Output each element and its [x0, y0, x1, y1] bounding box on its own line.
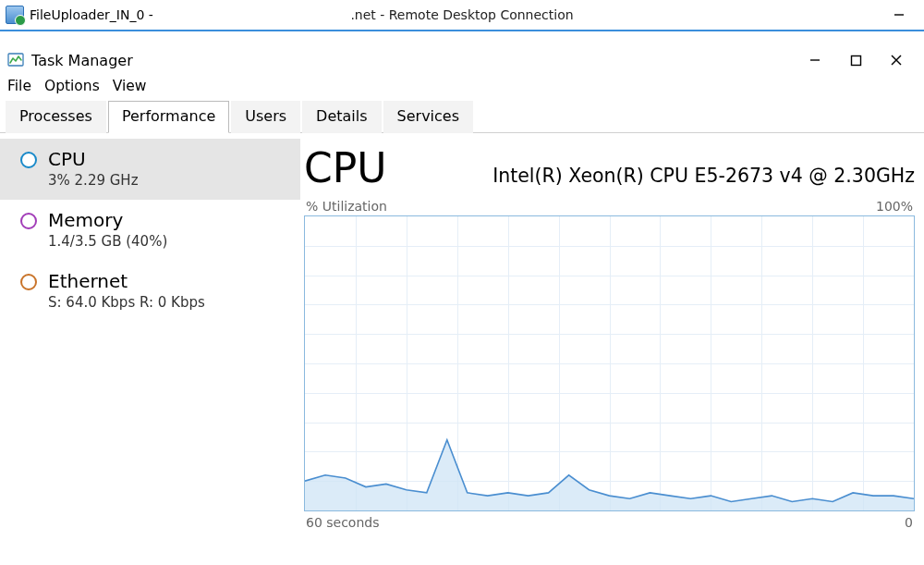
menu-file[interactable]: File — [7, 78, 31, 94]
sidebar-ethernet-sub: S: 64.0 Kbps R: 0 Kbps — [48, 294, 205, 311]
tab-performance[interactable]: Performance — [108, 101, 229, 133]
chart-xleft: 60 seconds — [306, 515, 380, 530]
tab-users[interactable]: Users — [231, 101, 300, 133]
ethernet-circle-icon — [20, 274, 37, 290]
task-manager-icon — [7, 52, 24, 68]
rdc-icon — [6, 6, 24, 24]
cpu-heading: CPU — [304, 144, 386, 191]
sidebar-item-memory[interactable]: Memory 1.4/3.5 GB (40%) — [0, 200, 300, 261]
tm-minimize-button[interactable] — [795, 47, 835, 73]
menu-bar: File Options View — [0, 76, 924, 100]
chart-ylabel: % Utilization — [306, 199, 387, 214]
tab-details[interactable]: Details — [302, 101, 381, 133]
tm-title-text: Task Manager — [31, 52, 133, 69]
rdc-title-left: FileUploader_IN_0 - — [30, 7, 153, 22]
menu-options[interactable]: Options — [44, 78, 100, 94]
sidebar-cpu-title: CPU — [48, 148, 139, 170]
menu-view[interactable]: View — [113, 78, 147, 94]
sidebar-item-ethernet[interactable]: Ethernet S: 64.0 Kbps R: 0 Kbps — [0, 261, 300, 322]
cpu-chart — [304, 215, 915, 511]
perf-main-pane: CPU Intel(R) Xeon(R) CPU E5-2673 v4 @ 2.… — [300, 133, 924, 559]
chart-ymax: 100% — [876, 199, 913, 214]
sidebar-memory-sub: 1.4/3.5 GB (40%) — [48, 233, 167, 250]
rdc-title-center: .net - Remote Desktop Connection — [350, 7, 573, 22]
sidebar-cpu-sub: 3% 2.29 GHz — [48, 172, 139, 189]
sidebar-ethernet-title: Ethernet — [48, 270, 205, 292]
rdc-title-bar: FileUploader_IN_0 - .net - Remote Deskto… — [0, 0, 924, 30]
cpu-circle-icon — [20, 152, 37, 168]
tab-processes[interactable]: Processes — [6, 101, 106, 133]
chart-xright: 0 — [905, 515, 913, 530]
tm-title-bar: Task Manager — [0, 44, 924, 76]
tab-bar: Processes Performance Users Details Serv… — [0, 100, 924, 133]
cpu-subtitle: Intel(R) Xeon(R) CPU E5-2673 v4 @ 2.30GH… — [492, 165, 915, 187]
tm-close-button[interactable] — [876, 47, 917, 73]
sidebar-item-cpu[interactable]: CPU 3% 2.29 GHz — [0, 139, 300, 200]
svg-rect-3 — [851, 55, 860, 65]
memory-circle-icon — [20, 213, 37, 229]
perf-sidebar: CPU 3% 2.29 GHz Memory 1.4/3.5 GB (40%) … — [0, 133, 300, 559]
tab-services[interactable]: Services — [383, 101, 473, 133]
rdc-minimize-button[interactable] — [880, 2, 918, 28]
sidebar-memory-title: Memory — [48, 209, 167, 231]
tm-maximize-button[interactable] — [835, 47, 876, 73]
